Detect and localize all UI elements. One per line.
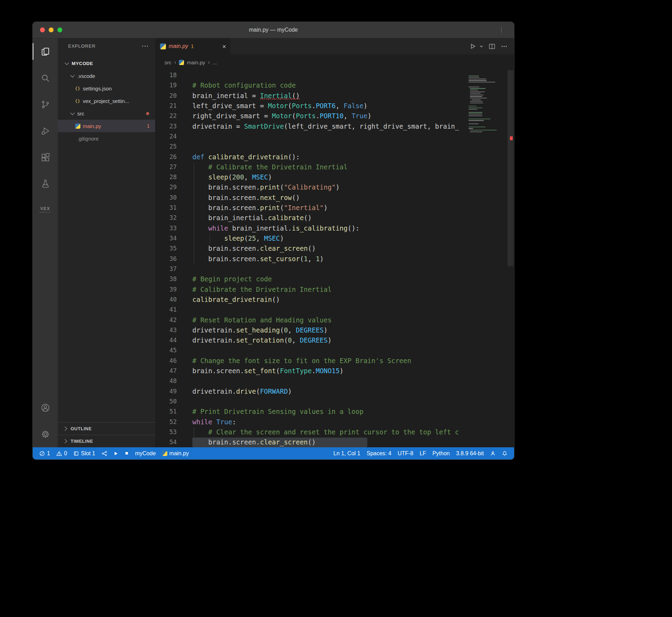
line-number[interactable]: 36 <box>155 254 177 264</box>
tree-item-src[interactable]: src <box>58 107 155 120</box>
line-number[interactable]: 22 <box>155 111 177 121</box>
tree-item--gitignore[interactable]: .gitignore <box>58 132 155 145</box>
activity-test-beaker[interactable] <box>33 170 58 197</box>
status-language-mode[interactable]: Python <box>429 447 453 459</box>
line-number[interactable]: 48 <box>155 376 177 386</box>
code-line[interactable]: 43drivetrain.set_heading(0, DEGREES) <box>155 325 466 335</box>
line-number[interactable]: 47 <box>155 366 177 376</box>
line-number[interactable]: 23 <box>155 121 177 131</box>
status-project-name[interactable]: myCode <box>132 447 159 459</box>
code-line[interactable]: 28 sleep(200, MSEC) <box>155 172 466 182</box>
code-line[interactable]: 19# Robot configuration code <box>155 80 466 90</box>
tree-item-vex-project-settin-[interactable]: {}vex_project_settin... <box>58 95 155 107</box>
status-vex-stop[interactable] <box>121 447 132 459</box>
line-number[interactable]: 34 <box>155 233 177 243</box>
code-line[interactable]: 53 # Clear the screen and reset the prin… <box>155 427 466 437</box>
status-vex-slot[interactable]: Slot 1 <box>70 447 98 459</box>
activity-vex[interactable]: VEXROBOTICS <box>33 197 58 223</box>
status-cursor-position[interactable]: Ln 1, Col 1 <box>330 447 363 459</box>
status-active-file[interactable]: main.py <box>159 447 192 459</box>
line-number[interactable]: 46 <box>155 356 177 366</box>
code-line[interactable]: 39# Calibrate the Drivetrain Inertial <box>155 285 466 295</box>
line-number[interactable]: 20 <box>155 91 177 101</box>
line-number[interactable]: 31 <box>155 203 177 213</box>
code-line[interactable]: 52while True: <box>155 417 466 427</box>
line-number[interactable]: 51 <box>155 407 177 417</box>
line-number[interactable]: 53 <box>155 427 177 437</box>
status-vex-device[interactable] <box>98 447 110 459</box>
code-line[interactable]: 30 brain.screen.next_row() <box>155 193 466 203</box>
line-number[interactable]: 42 <box>155 315 177 325</box>
status-eol[interactable]: LF <box>416 447 429 459</box>
line-number[interactable]: 38 <box>155 274 177 284</box>
editor-more-actions-button[interactable] <box>501 43 508 50</box>
code-line[interactable]: 23drivetrain = SmartDrive(left_drive_sma… <box>155 121 466 131</box>
line-number[interactable]: 37 <box>155 264 177 274</box>
line-number[interactable]: 28 <box>155 172 177 182</box>
line-number[interactable]: 54 <box>155 437 177 447</box>
line-number[interactable]: 41 <box>155 305 177 315</box>
breadcrumb-main-py[interactable]: main.py <box>187 59 205 65</box>
activity-account[interactable] <box>33 394 58 421</box>
zoom-button[interactable] <box>57 27 62 32</box>
minimize-button[interactable] <box>49 27 54 32</box>
code-line[interactable]: 20brain_inertial = Inertial() <box>155 91 466 101</box>
activity-run-debug[interactable] <box>33 118 58 144</box>
status-problems-warnings[interactable]: 0 <box>53 447 70 459</box>
line-number[interactable]: 21 <box>155 101 177 111</box>
line-number[interactable]: 50 <box>155 396 177 407</box>
code-line[interactable]: 32 brain_inertial.calibrate() <box>155 213 466 223</box>
line-number[interactable]: 49 <box>155 386 177 396</box>
line-number[interactable]: 26 <box>155 152 177 162</box>
code-line[interactable]: 46# Change the font size to fit on the E… <box>155 356 466 366</box>
code-line[interactable]: 40calibrate_drivetrain() <box>155 295 466 305</box>
line-number[interactable]: 25 <box>155 142 177 152</box>
code-line[interactable]: 18 <box>155 70 466 80</box>
activity-search[interactable] <box>33 65 58 91</box>
status-encoding[interactable]: UTF-8 <box>394 447 416 459</box>
tree-item--vscode[interactable]: .vscode <box>58 70 155 82</box>
code-line[interactable]: 31 brain.screen.print("Inertial") <box>155 203 466 213</box>
code-line[interactable]: 35 brain.screen.clear_screen() <box>155 243 466 254</box>
line-number[interactable]: 24 <box>155 131 177 142</box>
code-line[interactable]: 29 brain.screen.print("Calibrating") <box>155 182 466 192</box>
run-python-file-button[interactable] <box>469 43 477 50</box>
code-line[interactable]: 41 <box>155 305 466 315</box>
line-number[interactable]: 35 <box>155 243 177 254</box>
code-line[interactable]: 37 <box>155 264 466 274</box>
tree-item-mycode[interactable]: MYCODE <box>58 57 155 70</box>
line-number[interactable]: 29 <box>155 182 177 192</box>
code-line[interactable]: 38# Begin project code <box>155 274 466 284</box>
split-editor-button[interactable] <box>488 43 496 50</box>
line-number[interactable]: 44 <box>155 335 177 345</box>
run-dropdown-button[interactable] <box>481 44 483 48</box>
code-line[interactable]: 26def calibrate_drivetrain(): <box>155 152 466 162</box>
breadcrumb-src[interactable]: src <box>165 59 171 65</box>
line-number[interactable]: 45 <box>155 345 177 355</box>
code-line[interactable]: 24 <box>155 131 466 142</box>
section-timeline[interactable]: TIMELINE <box>58 435 155 447</box>
code-line[interactable]: 27 # Calibrate the Drivetrain Inertial <box>155 162 466 172</box>
minimap[interactable] <box>466 70 506 447</box>
explorer-more-actions-button[interactable]: ⋯ <box>142 42 149 50</box>
code-line[interactable]: 50 <box>155 396 466 407</box>
code-line[interactable]: 34 sleep(25, MSEC) <box>155 233 466 243</box>
activity-settings-gear[interactable] <box>33 421 58 447</box>
code-line[interactable]: 22right_drive_smart = Motor(Ports.PORT10… <box>155 111 466 121</box>
close-button[interactable] <box>40 27 45 32</box>
code-line[interactable]: 47brain.screen.set_font(FontType.MONO15) <box>155 366 466 376</box>
code-line[interactable]: 25 <box>155 142 466 152</box>
line-number[interactable]: 18 <box>155 70 177 80</box>
line-number[interactable]: 32 <box>155 213 177 223</box>
tab-close-icon[interactable]: × <box>222 43 226 50</box>
line-number[interactable]: 27 <box>155 162 177 172</box>
line-number[interactable]: 40 <box>155 295 177 305</box>
status-notifications[interactable] <box>499 447 511 459</box>
status-indentation[interactable]: Spaces: 4 <box>363 447 394 459</box>
activity-source-control[interactable] <box>33 91 58 118</box>
line-number[interactable]: 19 <box>155 80 177 90</box>
code-line[interactable]: 36 brain.screen.set_cursor(1, 1) <box>155 254 466 264</box>
line-number[interactable]: 39 <box>155 285 177 295</box>
tree-item-settings-json[interactable]: {}settings.json <box>58 82 155 95</box>
code-line[interactable]: 48 <box>155 376 466 386</box>
